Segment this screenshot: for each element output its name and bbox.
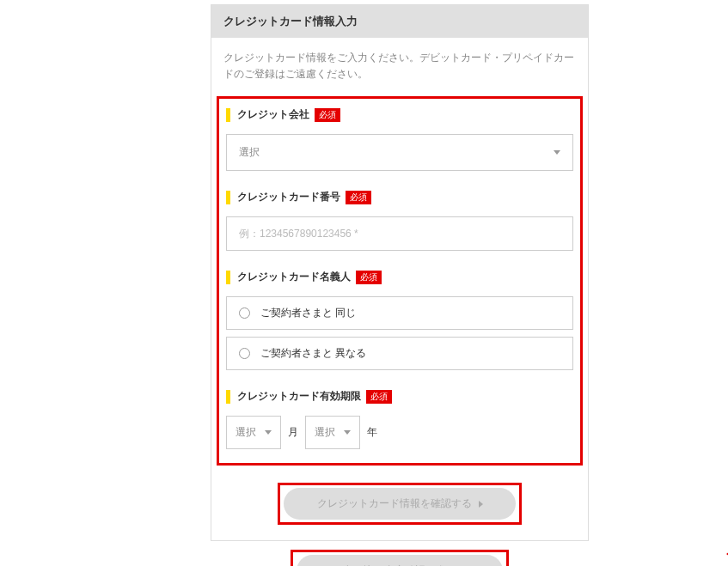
panel-title: クレジットカード情報入力 (223, 15, 358, 27)
proceed-button[interactable]: お申し込み内容確認へ進む (297, 555, 503, 566)
instruction-text: クレジットカード情報をご入力ください。デビットカード・プリペイドカードのご登録は… (211, 38, 588, 91)
cardholder-same-option[interactable]: ご契約者さまと 同じ (226, 296, 573, 330)
field-label-row: クレジットカード名義人 必須 (226, 270, 573, 284)
select-placeholder: 選択 (236, 425, 256, 440)
required-badge: 必須 (346, 191, 371, 204)
confirm-button-row: クレジットカード情報を確認する (211, 471, 588, 540)
required-badge: 必須 (356, 271, 382, 284)
field-label-row: クレジットカード有効期限 必須 (226, 389, 573, 404)
chevron-down-icon (265, 430, 272, 435)
panel-header: クレジットカード情報入力 (211, 5, 588, 38)
cardholder-diff-option[interactable]: ご契約者さまと 異なる (226, 337, 573, 370)
highlight-box: お申し込み内容確認へ進む (291, 550, 509, 566)
credit-company-select[interactable]: 選択 (226, 134, 573, 171)
chevron-right-icon (479, 501, 483, 508)
button-label: クレジットカード情報を確認する (317, 496, 472, 511)
required-badge: 必須 (366, 390, 392, 404)
option-label: ご契約者さまと 同じ (260, 306, 356, 320)
card-number-label: クレジットカード番号 (237, 190, 340, 204)
accent-bar (226, 191, 230, 204)
expiry-year-select[interactable]: 選択 (305, 416, 360, 449)
credit-company-label: クレジット会社 (237, 107, 309, 122)
field-card-number: クレジットカード番号 必須 (226, 190, 573, 251)
radio-icon (239, 348, 250, 359)
confirm-card-button[interactable]: クレジットカード情報を確認する (284, 488, 516, 520)
field-label-row: クレジットカード番号 必須 (226, 190, 573, 204)
proceed-button-row: お申し込み内容確認へ進む (211, 541, 589, 566)
cardholder-label: クレジットカード名義人 (237, 270, 351, 284)
year-unit: 年 (367, 425, 377, 440)
expiry-row: 選択 月 選択 年 (226, 416, 573, 449)
card-number-input[interactable] (226, 216, 573, 251)
required-badge: 必須 (315, 108, 340, 122)
field-cardholder: クレジットカード名義人 必須 ご契約者さまと 同じ ご契約者さまと 異なる (226, 270, 573, 370)
field-label-row: クレジット会社 必須 (226, 107, 573, 122)
field-expiry: クレジットカード有効期限 必須 選択 月 選択 年 (226, 389, 573, 449)
month-unit: 月 (288, 425, 298, 440)
accent-bar (226, 108, 230, 122)
select-placeholder: 選択 (315, 425, 335, 440)
expiry-month-select[interactable]: 選択 (226, 416, 281, 449)
accent-bar (226, 390, 230, 404)
chevron-down-icon (344, 430, 351, 435)
highlight-box: クレジットカード情報を確認する (278, 483, 522, 525)
radio-icon (239, 307, 250, 319)
card-info-panel: クレジットカード情報入力 クレジットカード情報をご入力ください。デビットカード・… (211, 4, 589, 541)
option-label: ご契約者さまと 異なる (260, 346, 366, 361)
expiry-label: クレジットカード有効期限 (237, 389, 361, 404)
chevron-down-icon (554, 150, 560, 155)
form-highlight-box: クレジット会社 必須 選択 クレジットカード番号 必須 クレジットカード名義人 … (217, 96, 583, 466)
select-placeholder: 選択 (239, 145, 260, 160)
accent-bar (226, 271, 230, 284)
field-credit-company: クレジット会社 必須 選択 (226, 107, 573, 171)
